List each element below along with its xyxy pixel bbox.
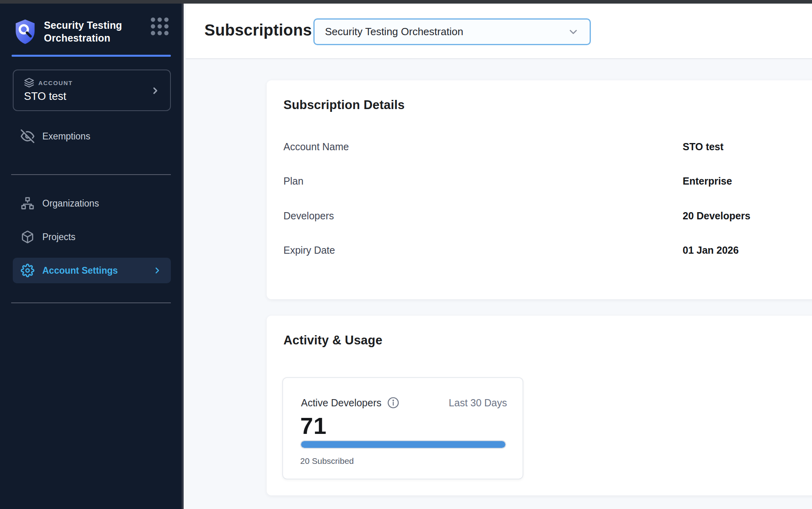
browser-top-strip	[0, 0, 812, 4]
active-developers-metric-card: Active Developers Last 30 Days 71 20 Sub…	[282, 377, 523, 479]
active-developers-label: Active Developers	[301, 397, 381, 409]
detail-value: 01 Jan 2026	[683, 245, 739, 256]
sidebar-item-exemptions[interactable]: Exemptions	[13, 123, 171, 149]
chevron-right-icon	[152, 266, 162, 275]
layers-icon	[24, 78, 34, 88]
subscription-details-title: Subscription Details	[283, 98, 405, 112]
detail-value: STO test	[683, 141, 723, 153]
detail-label: Plan	[283, 175, 303, 187]
module-selector-value: Security Testing Orchestration	[325, 26, 567, 38]
shield-search-icon	[14, 17, 36, 46]
subscribed-count-label: 20 Subscribed	[300, 456, 354, 466]
detail-label: Expiry Date	[283, 245, 335, 256]
detail-label: Account Name	[283, 141, 349, 153]
sidebar-item-label: Projects	[42, 232, 75, 243]
cube-icon	[21, 230, 34, 244]
page-title: Subscriptions	[204, 21, 312, 39]
module-selector-dropdown[interactable]: Security Testing Orchestration	[313, 18, 591, 45]
activity-usage-title: Activity & Usage	[283, 333, 382, 348]
detail-value: Enterprise	[683, 175, 732, 187]
sidebar-divider	[11, 302, 171, 303]
account-scope-card[interactable]: ACCOUNT STO test	[13, 70, 171, 111]
info-icon[interactable]	[387, 396, 400, 409]
detail-label: Developers	[283, 210, 334, 222]
activity-usage-card: Activity & Usage Active Developers Last …	[267, 316, 812, 495]
active-developers-progress-track	[300, 440, 506, 449]
app-title: Security Testing Orchestration	[44, 19, 134, 44]
detail-row-expiry-date: Expiry Date 01 Jan 2026	[283, 245, 782, 257]
chevron-down-icon	[567, 26, 579, 38]
content-area: Subscription Details Account Name STO te…	[186, 60, 812, 509]
active-developers-count: 71	[300, 412, 327, 439]
logo-underline	[12, 55, 171, 57]
hierarchy-icon	[21, 197, 34, 210]
sidebar-divider	[11, 174, 171, 175]
sidebar-item-projects[interactable]: Projects	[13, 224, 171, 250]
active-developers-progress-fill	[301, 441, 505, 448]
sidebar-item-label: Exemptions	[42, 131, 90, 142]
sidebar-item-label: Account Settings	[42, 265, 118, 276]
detail-row-account-name: Account Name STO test	[283, 141, 782, 154]
chevron-right-icon	[150, 85, 160, 96]
grid-icon[interactable]	[147, 13, 173, 40]
account-name: STO test	[24, 90, 162, 103]
metric-period-label: Last 30 Days	[449, 397, 507, 409]
account-scope-label: ACCOUNT	[38, 80, 73, 86]
detail-row-plan: Plan Enterprise	[283, 175, 782, 188]
page-header: Subscriptions Security Testing Orchestra…	[186, 4, 812, 59]
subscription-details-card: Subscription Details Account Name STO te…	[267, 80, 812, 299]
gear-icon	[21, 264, 34, 277]
detail-row-developers: Developers 20 Developers	[283, 210, 782, 223]
eye-off-icon	[21, 129, 34, 143]
sidebar-item-account-settings[interactable]: Account Settings	[13, 258, 171, 283]
main-area: Subscriptions Security Testing Orchestra…	[186, 4, 812, 509]
sidebar-item-organizations[interactable]: Organizations	[13, 191, 171, 216]
detail-value: 20 Developers	[683, 210, 751, 222]
sidebar-item-label: Organizations	[42, 198, 99, 209]
sidebar: Security Testing Orchestration ACCOUNT S…	[0, 4, 184, 509]
